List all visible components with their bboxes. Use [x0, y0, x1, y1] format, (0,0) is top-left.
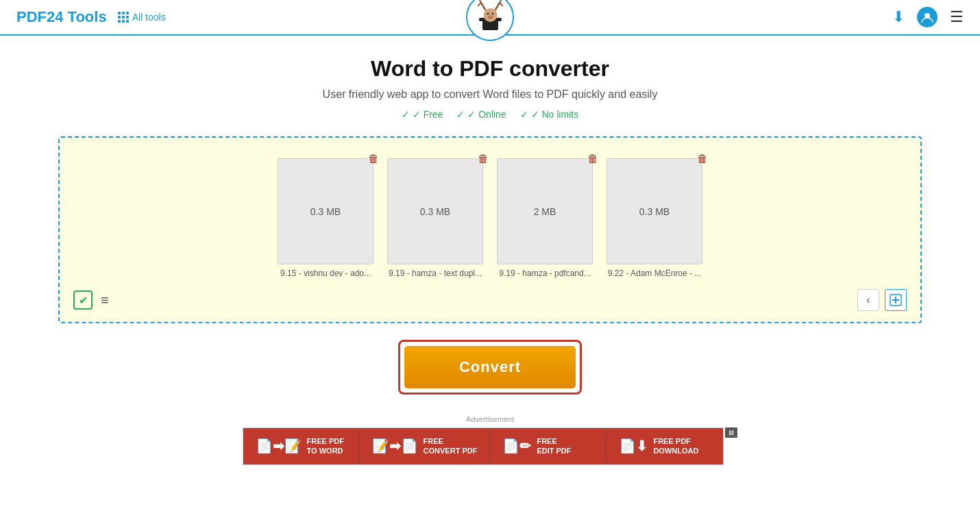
file-item: 🗑2 MB9.19 - hamza - pdfcand...: [497, 158, 593, 278]
list-view-icon[interactable]: ≡: [101, 292, 109, 308]
svg-point-11: [487, 15, 493, 18]
ad-item-icon: 📄⬇: [619, 438, 648, 454]
ad-item-label: FREE EDIT PDF: [537, 436, 571, 456]
ad-item[interactable]: 📄➡📝FREE PDF to Word: [243, 428, 360, 464]
svg-line-5: [480, 0, 481, 3]
ad-item-label: FREE PDF DOWNLOAD: [653, 436, 698, 456]
page-title: Word to PDF converter: [371, 56, 609, 82]
ad-item-label: FREE CONVERT PDF: [424, 436, 478, 456]
ad-item-icon: 📄➡📝: [256, 438, 302, 454]
files-row: 🗑0.3 MB9.15 - vishnu dev - ado...🗑0.3 MB…: [73, 158, 907, 278]
file-delete-button[interactable]: 🗑: [368, 153, 379, 165]
logo[interactable]: PDF24 Tools: [16, 8, 107, 26]
dropzone[interactable]: 🗑0.3 MB9.15 - vishnu dev - ado...🗑0.3 MB…: [58, 136, 922, 323]
file-name: 9.19 - hamza - pdfcand...: [499, 269, 590, 278]
file-thumbnail: 0.3 MB: [278, 158, 373, 264]
ad-row: 📄➡📝FREE PDF to Word📝➡📄FREE CONVERT PDF📄✏…: [243, 427, 724, 465]
ad-wrapper: 📄➡📝FREE PDF to Word📝➡📄FREE CONVERT PDF📄✏…: [243, 427, 738, 465]
file-name: 9.22 - Adam McEnroe - ...: [608, 269, 702, 278]
feature-item: ✓ No limits: [520, 109, 578, 120]
menu-icon[interactable]: ☰: [950, 8, 964, 26]
header-logo-area: [466, 0, 514, 41]
file-thumbnail: 0.3 MB: [387, 158, 483, 264]
svg-point-9: [487, 12, 489, 14]
svg-point-13: [491, 16, 492, 18]
all-tools-label: All tools: [132, 12, 166, 23]
file-thumbnail: 0.3 MB: [607, 158, 702, 264]
header: PDF24 Tools All tools: [0, 0, 980, 36]
svg-point-10: [491, 12, 493, 14]
header-right: ⬇ ☰: [892, 7, 964, 27]
all-tools-link[interactable]: All tools: [118, 12, 166, 23]
convert-section: Convert: [398, 340, 582, 395]
file-item: 🗑0.3 MB9.19 - hamza - text dupl...: [387, 158, 483, 278]
svg-line-3: [481, 3, 485, 10]
file-delete-button[interactable]: 🗑: [478, 153, 489, 165]
file-item: 🗑0.3 MB9.22 - Adam McEnroe - ...: [607, 158, 702, 278]
ad-item[interactable]: 📄✏FREE EDIT PDF: [490, 428, 607, 464]
svg-line-6: [495, 3, 500, 10]
grid-icon: [118, 12, 129, 23]
ad-item-icon: 📝➡📄: [372, 438, 418, 454]
download-icon[interactable]: ⬇: [892, 8, 905, 26]
svg-point-12: [488, 16, 489, 18]
file-item: 🗑0.3 MB9.15 - vishnu dev - ado...: [278, 158, 373, 278]
file-delete-button[interactable]: 🗑: [697, 153, 708, 165]
main-content: Word to PDF converter User friendly web …: [0, 36, 980, 465]
user-avatar[interactable]: [917, 7, 938, 27]
prev-page-button[interactable]: ‹: [857, 289, 879, 311]
mascot-logo: [466, 0, 514, 41]
page-subtitle: User friendly web app to convert Word fi…: [323, 88, 658, 101]
ad-item-label: FREE PDF to Word: [307, 436, 344, 456]
ad-item[interactable]: 📝➡📄FREE CONVERT PDF: [360, 428, 491, 464]
svg-line-8: [500, 0, 501, 3]
convert-button-wrapper: Convert: [398, 340, 582, 395]
convert-button[interactable]: Convert: [404, 346, 576, 388]
file-delete-button[interactable]: 🗑: [587, 153, 598, 165]
dropzone-footer: ✔ ≡ ‹: [73, 289, 907, 311]
shield-icon: ✔: [73, 290, 93, 310]
footer-left: ✔ ≡: [73, 290, 109, 310]
file-name: 9.15 - vishnu dev - ado...: [280, 269, 371, 278]
ad-item-icon: 📄✏: [502, 438, 531, 454]
features-row: ✓ Free✓ Online✓ No limits: [402, 109, 578, 120]
add-file-button[interactable]: [885, 289, 907, 311]
footer-right: ‹: [857, 289, 907, 311]
ad-section: Advertisement 📄➡📝FREE PDF to Word📝➡📄FREE…: [0, 415, 980, 465]
file-name: 9.19 - hamza - text dupl...: [389, 269, 482, 278]
feature-item: ✓ Free: [402, 109, 443, 120]
mascot-svg: [471, 0, 509, 36]
feature-item: ✓ Online: [456, 109, 506, 120]
ad-item[interactable]: 📄⬇FREE PDF DOWNLOAD: [607, 428, 723, 464]
file-thumbnail: 2 MB: [497, 158, 593, 264]
ad-close-button[interactable]: ⊠: [725, 427, 737, 438]
ad-label: Advertisement: [466, 415, 514, 423]
